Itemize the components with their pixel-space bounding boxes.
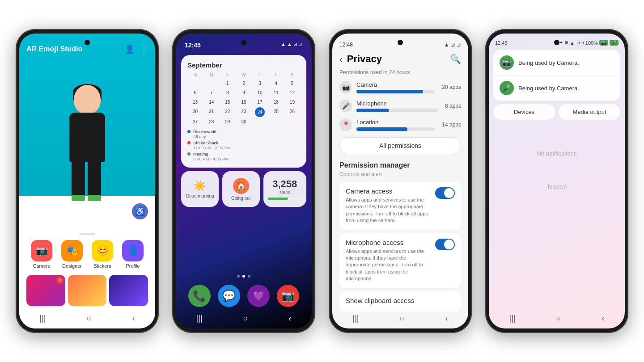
- event-time-2: 11:00 AM - 2:00 PM: [193, 145, 231, 150]
- status-icons: ▲ ▲ ⊿ ⊿: [281, 42, 303, 49]
- camera-access-setting[interactable]: Camera access Allows apps and services t…: [339, 182, 461, 230]
- steps-progress-bar: [268, 198, 288, 200]
- weather-widget[interactable]: ☀️ Good morning: [181, 171, 219, 207]
- action-camera[interactable]: 📷 Camera: [31, 240, 52, 269]
- today-marker: 24: [255, 107, 265, 117]
- event-dot-3: [187, 152, 191, 156]
- all-permissions-button[interactable]: All permissions: [339, 137, 461, 154]
- nav-back-2[interactable]: ‹: [288, 314, 291, 323]
- steps-progress-track: [268, 198, 302, 200]
- mode-icon: 🏠: [233, 178, 249, 194]
- nav-recent[interactable]: |||: [40, 314, 46, 323]
- output-tabs: Devices Media output: [493, 104, 620, 120]
- nav-home-4[interactable]: ○: [556, 314, 561, 323]
- emoji-actions-row: 📷 Camera 🎭 Designer 😊 Stickers 👤 Profile: [26, 240, 148, 269]
- camera-access-desc: Allows apps and services to use the came…: [346, 197, 431, 224]
- event-dot-1: [187, 130, 191, 133]
- mic-access-name: Microphone access: [346, 239, 431, 246]
- loc-perm-details: Location: [356, 119, 435, 131]
- emoji-head: [74, 85, 101, 114]
- event-dot-2: [187, 141, 191, 144]
- media-output-tab[interactable]: Media output: [559, 104, 620, 120]
- menu-icon[interactable]: ⋮: [140, 44, 148, 54]
- nav-recent-2[interactable]: |||: [196, 314, 203, 323]
- nav-recent-3[interactable]: |||: [353, 314, 359, 323]
- camera-access-text: Camera access Allows apps and services t…: [346, 187, 431, 224]
- calendar-widget[interactable]: September SMTWTFS 12345 6789101112 13141…: [181, 55, 306, 168]
- event-disneyworld: Disneyworld All day: [187, 129, 300, 139]
- steps-widget[interactable]: 3,258 steps: [263, 171, 307, 207]
- emoji-shoes: [72, 195, 103, 201]
- camera-access-row: Camera access Allows apps and services t…: [346, 187, 455, 224]
- event-shakeshack: Shake Shack 11:00 AM - 2:00 PM: [187, 140, 300, 150]
- emoji-leg-left: [72, 160, 85, 196]
- mic-access-text: Microphone access Allows apps and servic…: [346, 239, 431, 282]
- mode-widget[interactable]: 🏠 Going out: [222, 171, 260, 207]
- loc-perm-name: Location: [356, 119, 435, 126]
- camera-notification[interactable]: 📷 Being used by Camera.: [493, 50, 620, 75]
- mic-perm-details: Microphone: [356, 100, 438, 112]
- permissions-label: Permissions used in 24 hours: [339, 69, 461, 76]
- action-stickers[interactable]: 😊 Stickers: [92, 240, 113, 269]
- mic-notification[interactable]: 🎤 Being used by Camera.: [493, 75, 620, 101]
- nav-home-3[interactable]: ○: [400, 314, 405, 323]
- nav-back-3[interactable]: ‹: [445, 314, 448, 323]
- phone3-clock: 12:48: [339, 42, 353, 48]
- event-title-3: Meeting: [193, 152, 229, 156]
- mic-access-toggle[interactable]: [435, 239, 455, 250]
- emoji-body: [69, 113, 105, 162]
- dot-2: [242, 275, 245, 278]
- action-designer[interactable]: 🎭 Designer: [61, 240, 83, 269]
- action-profile[interactable]: 👤 Profile: [122, 240, 144, 269]
- thumb-2[interactable]: [68, 275, 107, 306]
- clipboard-row: Show clipboard access: [346, 297, 455, 306]
- search-button[interactable]: 🔍: [450, 54, 461, 64]
- clipboard-setting[interactable]: Show clipboard access: [339, 291, 461, 311]
- dock-phone[interactable]: 📞: [188, 285, 211, 307]
- emoji-leg-right: [88, 160, 101, 196]
- loc-bar: [356, 127, 407, 131]
- mic-perm-icon: 🎤: [339, 100, 352, 112]
- nav-back[interactable]: ‹: [132, 314, 135, 323]
- user-icon[interactable]: 👤: [125, 44, 135, 54]
- weather-icon: ☀️: [194, 180, 206, 192]
- thumb-1[interactable]: N: [26, 275, 65, 306]
- accessibility-button[interactable]: ♿: [132, 203, 148, 219]
- dock-chat[interactable]: 💜: [247, 285, 270, 307]
- clipboard-name: Show clipboard access: [346, 297, 414, 304]
- mic-perm-name: Microphone: [356, 100, 438, 107]
- permission-camera: 📷 Camera 20 apps: [339, 81, 461, 93]
- mic-access-setting[interactable]: Microphone access Allows apps and servic…: [339, 233, 461, 288]
- dot-1: [237, 275, 240, 278]
- calendar-month: September: [187, 61, 300, 69]
- emoji-figure: [51, 85, 123, 201]
- steps-count: 3,258: [272, 178, 297, 190]
- dock-camera[interactable]: 📷: [277, 285, 299, 307]
- dock-messages[interactable]: 💬: [218, 285, 240, 307]
- camera-access-name: Camera access: [346, 187, 431, 195]
- nav-recent-4[interactable]: |||: [509, 314, 516, 323]
- shoe-right: [88, 195, 101, 201]
- widget-area: September SMTWTFS 12345 6789101112 13141…: [176, 51, 312, 272]
- privacy-title: Privacy: [347, 53, 445, 65]
- designer-label: Designer: [62, 263, 82, 269]
- thumb-3[interactable]: [109, 275, 148, 306]
- phone4-status-icons: ✦ ⊕ ▲ ⊿⊿ 100% 📷 🎤: [559, 40, 619, 46]
- back-button[interactable]: ‹: [339, 54, 343, 64]
- loc-perm-count: 14 apps: [442, 122, 461, 128]
- drag-handle: [79, 233, 95, 235]
- devices-tab[interactable]: Devices: [493, 104, 555, 120]
- nav-home[interactable]: ○: [87, 314, 92, 323]
- weather-label: Good morning: [186, 194, 214, 198]
- camera-bar-bg: [356, 90, 435, 93]
- notch-3: [398, 40, 403, 45]
- nav-back-4[interactable]: ‹: [602, 314, 604, 323]
- nav-bar-4: ||| ○ ‹: [489, 310, 625, 328]
- camera-access-toggle[interactable]: [435, 187, 455, 199]
- camera-active-badge: 📷: [599, 40, 608, 46]
- notch-4: [554, 40, 559, 45]
- camera-label: Camera: [33, 263, 50, 269]
- nav-home-2[interactable]: ○: [243, 314, 248, 323]
- nfc-icon: ⊕: [564, 40, 568, 46]
- loc-perm-icon: 📍: [339, 118, 352, 131]
